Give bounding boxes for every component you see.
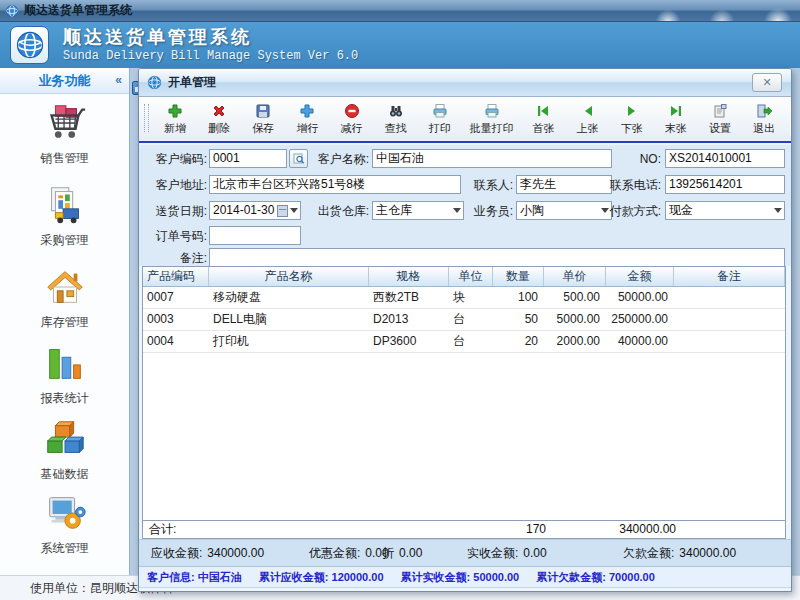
col-header-code[interactable]: 产品编码: [143, 267, 209, 286]
system-gear-icon: [42, 490, 88, 536]
items-grid: 产品编码 产品名称 规格 单位 数量 单价 金额 备注 0007 移动硬盘 西数…: [142, 266, 786, 521]
table-row[interactable]: 0004 打印机 DP3600 台 20 2000.00 40000.00: [143, 331, 785, 353]
save-icon: [255, 103, 271, 119]
print-icon: [432, 103, 448, 119]
order-no-label: 订单号码:: [141, 226, 207, 246]
totals-band: 应收金额:340000.00 优惠金额:0.00 折0.00 实收金额:0.00…: [139, 539, 791, 566]
billing-window-title: 开单管理: [168, 74, 216, 91]
customer-info-segment: 累计实收金额: 50000.00: [401, 571, 520, 583]
settings-icon: [712, 103, 728, 119]
total-label: 合计:: [149, 521, 176, 538]
delivery-date-label: 送货日期:: [141, 201, 207, 221]
app-titlebar: 顺达送货单管理系统: [0, 0, 800, 22]
add-row-button[interactable]: 增行: [285, 99, 329, 139]
salesman-label: 业务员:: [447, 201, 513, 221]
col-header-note[interactable]: 备注: [674, 267, 785, 286]
bar-chart-icon: [42, 340, 88, 386]
sidebar-item-system[interactable]: 系统管理: [0, 490, 129, 557]
last-icon: [668, 103, 684, 119]
billing-window-titlebar: 开单管理 ✕: [139, 69, 791, 97]
customer-info-segment: 客户信息: 中国石油: [147, 571, 242, 583]
sidebar-item-basedata[interactable]: 基础数据: [0, 416, 129, 483]
customer-code-label: 客户编码:: [141, 149, 207, 169]
application-window: 顺达送货单管理系统 顺达送货单管理系统 Sunda Delivery Bill …: [0, 0, 800, 600]
exit-button[interactable]: 退出: [742, 99, 786, 139]
header-subtitle: Sunda Delivery Bill Manage System Ver 6.…: [63, 49, 358, 63]
customer-code-field[interactable]: 0001: [209, 149, 287, 168]
customer-info-bar: 客户信息: 中国石油 累计应收金额: 120000.00 累计实收金额: 500…: [139, 566, 791, 588]
shopping-cart-icon: [42, 100, 88, 146]
chevron-down-icon[interactable]: [774, 208, 782, 213]
remark-label: 备注:: [141, 248, 207, 268]
customer-name-field[interactable]: 中国石油: [372, 149, 612, 168]
sidebar-item-label: 采购管理: [0, 232, 129, 249]
exit-icon: [756, 103, 772, 119]
col-header-price[interactable]: 单价: [544, 267, 606, 286]
phone-label: 联系电话:: [595, 175, 661, 195]
col-header-qty[interactable]: 数量: [493, 267, 544, 286]
total-qty: 170: [495, 521, 546, 538]
purchase-truck-icon: [42, 182, 88, 228]
table-row[interactable]: 0003 DELL电脑 D2013 台 50 5000.00 250000.00: [143, 309, 785, 331]
customer-address-field[interactable]: 北京市丰台区环兴路51号8楼: [209, 175, 461, 194]
remark-field[interactable]: [209, 248, 785, 267]
first-icon: [535, 103, 551, 119]
sidebar-item-label: 系统管理: [0, 540, 129, 557]
customer-info-segment: 累计应收金额: 120000.00: [259, 571, 384, 583]
print-button[interactable]: 打印: [418, 99, 462, 139]
toolbar: 新增 删除 保存 增行 减行 查找: [139, 97, 791, 143]
delete-button[interactable]: 删除: [197, 99, 241, 139]
app-header: 顺达送货单管理系统 Sunda Delivery Bill Manage Sys…: [0, 22, 800, 68]
globe-logo-icon: [15, 30, 45, 60]
batch-print-button[interactable]: 批量打印: [462, 99, 521, 139]
sidebar-item-inventory[interactable]: 库存管理: [0, 264, 129, 331]
first-record-button[interactable]: 首张: [521, 99, 565, 139]
bill-form: 客户编码: 0001 客户名称: 中国石油 NO: XS2014010001 客…: [139, 145, 791, 266]
sidebar-item-label: 销售管理: [0, 150, 129, 167]
sidebar-header-label: 业务功能: [39, 72, 91, 90]
table-row[interactable]: 0007 移动硬盘 西数2TB 块 100 500.00 50000.00: [143, 287, 785, 309]
add-icon: [167, 103, 183, 119]
next-icon: [624, 103, 640, 119]
prev-icon: [580, 103, 596, 119]
globe-icon: [147, 75, 162, 90]
grid-header-row: 产品编码 产品名称 规格 单位 数量 单价 金额 备注: [143, 267, 785, 287]
save-button[interactable]: 保存: [241, 99, 285, 139]
sidebar-item-sales[interactable]: 销售管理: [0, 100, 129, 167]
col-header-amount[interactable]: 金额: [606, 267, 674, 286]
sidebar-item-label: 报表统计: [0, 390, 129, 407]
col-header-unit[interactable]: 单位: [449, 267, 493, 286]
next-record-button[interactable]: 下张: [610, 99, 654, 139]
phone-field[interactable]: 13925614201: [665, 175, 785, 194]
settings-button[interactable]: 设置: [698, 99, 742, 139]
sidebar-item-label: 基础数据: [0, 466, 129, 483]
search-button[interactable]: 查找: [374, 99, 418, 139]
warehouse-label: 出货仓库:: [305, 201, 369, 221]
toolbar-grip-icon[interactable]: [144, 104, 149, 132]
sidebar-item-label: 库存管理: [0, 314, 129, 331]
prev-record-button[interactable]: 上张: [565, 99, 609, 139]
chevron-down-icon[interactable]: [290, 208, 298, 213]
col-header-spec[interactable]: 规格: [369, 267, 449, 286]
close-button[interactable]: ✕: [752, 73, 782, 92]
sidebar-item-purchase[interactable]: 采购管理: [0, 182, 129, 249]
delivery-date-picker[interactable]: 2014-01-30: [209, 201, 301, 220]
app-logo: [10, 26, 49, 64]
collapse-icon[interactable]: «: [115, 73, 122, 87]
add-button[interactable]: 新增: [153, 99, 197, 139]
customer-address-label: 客户地址:: [141, 175, 207, 195]
remove-row-button[interactable]: 减行: [330, 99, 374, 139]
payment-select[interactable]: 现金: [665, 201, 785, 220]
bill-no-label: NO:: [627, 149, 661, 169]
delete-icon: [211, 103, 227, 119]
add-row-icon: [299, 103, 315, 119]
col-header-name[interactable]: 产品名称: [209, 267, 369, 286]
remove-row-icon: [344, 103, 360, 119]
last-record-button[interactable]: 末张: [654, 99, 698, 139]
bill-no-field[interactable]: XS2014010001: [665, 149, 785, 168]
order-no-field[interactable]: [209, 226, 301, 245]
sidebar: 业务功能 « 销售管理 采购管理 库存管理 报表统计 基础数据 系统管理: [0, 68, 130, 575]
sidebar-header: 业务功能 «: [0, 68, 129, 94]
debt-total: 欠款金额:340000.00: [623, 540, 736, 566]
sidebar-item-reports[interactable]: 报表统计: [0, 340, 129, 407]
